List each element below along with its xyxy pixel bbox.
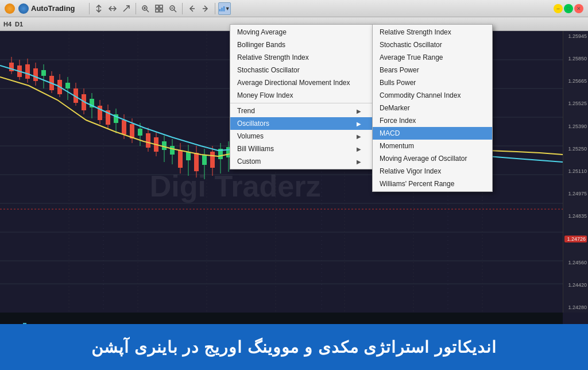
submenu-stochastic[interactable]: Stochastic Oscillator <box>373 38 492 51</box>
price-7: 1.25110 <box>564 168 587 174</box>
svg-rect-8 <box>160 5 163 8</box>
window-controls: – □ ✕ <box>554 4 583 13</box>
menu-item-mfi[interactable]: Money Flow Index <box>230 89 373 102</box>
price-current: 1.24726 <box>564 236 587 242</box>
trend-arrow: ▶ <box>357 108 361 114</box>
toolbar-btn-1[interactable] <box>92 2 105 15</box>
svg-rect-18 <box>223 6 224 11</box>
toolbar-btn-left[interactable] <box>185 2 198 15</box>
svg-rect-46 <box>33 68 38 81</box>
timeframe-d1[interactable]: D1 <box>15 21 23 28</box>
svg-line-4 <box>146 10 149 12</box>
submenu-macd[interactable]: MACD <box>373 127 492 140</box>
submenu-demarker[interactable]: DeMarker <box>373 102 492 114</box>
svg-rect-74 <box>146 133 150 148</box>
toolbar-btn-3[interactable] <box>120 2 133 15</box>
menu-item-admi[interactable]: Average Directional Movement Index <box>230 76 373 89</box>
submenu-momentum[interactable]: Momentum <box>373 140 492 152</box>
minimize-button[interactable]: – <box>554 4 563 13</box>
custom-arrow: ▶ <box>357 159 361 165</box>
toolbar-btn-grid[interactable] <box>153 2 165 15</box>
svg-rect-54 <box>65 83 70 88</box>
menu-item-rsi[interactable]: Relative Strength Index <box>230 51 373 64</box>
svg-rect-68 <box>122 120 126 134</box>
menu-item-bill-williams[interactable]: Bill Williams ▶ <box>230 142 373 155</box>
submenu-moving-avg-oscillator[interactable]: Moving Average of Oscillator <box>373 152 492 165</box>
submenu-cci[interactable]: Commodity Channel Index <box>373 89 492 102</box>
svg-rect-80 <box>170 146 175 155</box>
price-8: 1.24975 <box>564 191 587 196</box>
app-title: AutoTrading <box>31 4 75 13</box>
price-9: 1.24835 <box>564 213 587 219</box>
svg-rect-48 <box>41 70 46 76</box>
submenu-force-index[interactable]: Force Index <box>373 114 492 127</box>
titlebar: AutoTrading ▼ – □ ✕ <box>0 0 588 17</box>
svg-rect-82 <box>178 151 183 168</box>
svg-rect-44 <box>25 64 30 79</box>
volumes-arrow: ▶ <box>357 133 361 140</box>
app-logo-inner <box>18 3 29 14</box>
close-button[interactable]: ✕ <box>574 4 583 13</box>
price-5: 1.25390 <box>564 124 587 129</box>
svg-line-2 <box>123 6 129 11</box>
toolbar-btn-zoom-out[interactable] <box>167 2 179 15</box>
menu-item-volumes[interactable]: Volumes ▶ <box>230 130 373 142</box>
bottom-strip: اندیکاتور استراتژی مکدی و مووینگ اوریج د… <box>0 324 588 370</box>
svg-rect-10 <box>160 9 163 12</box>
submenu-bulls-power[interactable]: Bulls Power <box>373 76 492 89</box>
toolbar-btn-2[interactable] <box>106 2 119 15</box>
menu-item-stochastic[interactable]: Stochastic Oscillator <box>230 64 373 76</box>
toolbar-btn-zoom-in[interactable] <box>139 2 152 15</box>
price-1: 1.25945 <box>564 33 587 39</box>
bottom-text: اندیکاتور استراتژی مکدی و مووینگ اوریج د… <box>91 338 497 357</box>
menu-item-trend[interactable]: Trend ▶ <box>230 105 373 117</box>
toolbar-separator-3 <box>182 3 183 14</box>
svg-rect-7 <box>156 5 158 8</box>
svg-rect-9 <box>156 9 158 12</box>
price-2: 1.25850 <box>564 56 587 61</box>
bill-arrow: ▶ <box>357 146 361 152</box>
price-axis: 1.25945 1.25850 1.25665 1.25525 1.25390 … <box>563 31 588 313</box>
submenu-williams-percent[interactable]: Williams' Percent Range <box>373 178 492 190</box>
svg-rect-78 <box>162 141 167 150</box>
dropdown-menu: Moving Average Bollinger Bands Relative … <box>230 24 373 169</box>
price-4: 1.25525 <box>564 101 587 106</box>
price-11: 1.24420 <box>564 282 587 288</box>
svg-rect-16 <box>219 9 220 11</box>
menu-separator <box>230 103 373 103</box>
svg-rect-88 <box>202 155 207 165</box>
submenu-rsi[interactable]: Relative Strength Index <box>373 26 492 38</box>
toolbar-btn-right[interactable] <box>199 2 212 15</box>
maximize-button[interactable]: □ <box>564 4 573 13</box>
submenu-relative-vigor[interactable]: Relative Vigor Index <box>373 165 492 178</box>
price-10: 1.24560 <box>564 260 587 265</box>
svg-rect-86 <box>194 153 199 171</box>
svg-rect-72 <box>138 129 142 136</box>
toolbar-btn-indicator[interactable]: ▼ <box>218 2 231 15</box>
toolbar-separator-1 <box>89 3 90 14</box>
menu-item-oscillators[interactable]: Oscillators ▶ <box>230 117 373 130</box>
svg-rect-90 <box>210 152 215 168</box>
price-3: 1.25665 <box>564 78 587 84</box>
price-12: 1.24280 <box>564 305 587 310</box>
oscillators-arrow: ▶ <box>357 121 361 127</box>
price-6: 1.25250 <box>564 146 587 152</box>
toolbar-separator-4 <box>215 3 215 14</box>
svg-line-12 <box>174 10 176 12</box>
submenu-atr[interactable]: Average True Range <box>373 51 492 64</box>
oscillators-submenu: Relative Strength Index Stochastic Oscil… <box>372 24 493 192</box>
menu-item-bollinger[interactable]: Bollinger Bands <box>230 38 373 51</box>
menu-item-moving-average[interactable]: Moving Average <box>230 26 373 38</box>
timeframe-h4[interactable]: H4 <box>3 21 11 28</box>
toolbar-separator-2 <box>136 3 136 14</box>
menu-item-custom[interactable]: Custom ▶ <box>230 155 373 168</box>
svg-rect-84 <box>186 152 191 160</box>
submenu-bears-power[interactable]: Bears Power <box>373 64 492 76</box>
app-logo-outer <box>5 3 15 14</box>
svg-rect-17 <box>221 7 222 11</box>
